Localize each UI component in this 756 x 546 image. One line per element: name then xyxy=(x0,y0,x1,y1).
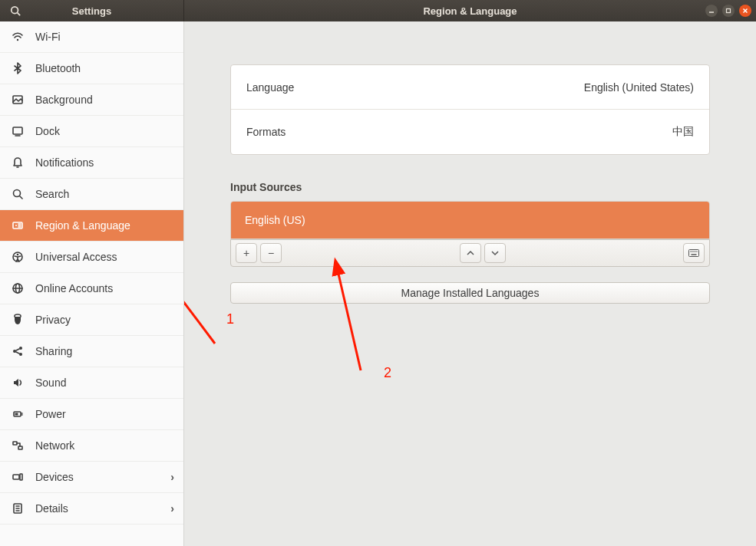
chevron-up-icon xyxy=(467,249,474,257)
annotation-number-1: 1 xyxy=(226,311,234,327)
svg-point-11 xyxy=(14,190,21,197)
search-icon xyxy=(11,188,25,200)
sidebar-item-privacy[interactable]: Privacy xyxy=(0,304,183,336)
sidebar-item-label: Dock xyxy=(35,125,60,137)
sidebar-item-label: Bluetooth xyxy=(35,62,81,74)
details-icon xyxy=(11,502,25,515)
window-title: Region & Language xyxy=(184,5,756,17)
settings-sidebar[interactable]: Wi-FiBluetoothBackgroundDockNotification… xyxy=(0,21,184,546)
privacy-icon xyxy=(11,314,25,326)
svg-point-6 xyxy=(17,39,18,41)
add-input-source-button[interactable]: + xyxy=(236,243,257,263)
input-sources-toolbar: + − xyxy=(230,239,710,267)
sidebar-item-details[interactable]: Details› xyxy=(0,493,183,525)
sidebar-item-wi-fi[interactable]: Wi-Fi xyxy=(0,21,183,53)
sound-icon xyxy=(11,377,25,389)
share-icon xyxy=(11,345,25,357)
sidebar-item-online-accounts[interactable]: Online Accounts xyxy=(0,273,183,304)
minimize-icon xyxy=(708,8,715,14)
sidebar-item-label: Search xyxy=(35,188,69,200)
minimize-button[interactable] xyxy=(705,5,718,17)
svg-line-26 xyxy=(16,349,19,350)
sidebar-item-label: Details xyxy=(35,502,68,515)
svg-rect-35 xyxy=(20,474,22,480)
sidebar-item-label: Power xyxy=(35,408,66,420)
region-icon xyxy=(11,219,25,232)
accessibility-icon xyxy=(11,251,25,263)
move-down-button[interactable] xyxy=(484,243,506,263)
manage-languages-label: Manage Installed Languages xyxy=(401,287,540,299)
svg-line-47 xyxy=(184,252,215,344)
chevron-down-icon xyxy=(491,249,499,257)
sidebar-item-label: Region & Language xyxy=(35,219,130,232)
sidebar-item-label: Universal Access xyxy=(35,251,117,263)
sidebar-item-background[interactable]: Background xyxy=(0,84,183,116)
sidebar-item-label: Notifications xyxy=(35,156,94,169)
move-up-button[interactable] xyxy=(460,243,481,263)
plus-icon: + xyxy=(243,247,249,259)
language-label: Language xyxy=(246,81,294,94)
sidebar-item-sharing[interactable]: Sharing xyxy=(0,336,183,367)
sidebar-item-universal-access[interactable]: Universal Access xyxy=(0,242,183,273)
remove-input-source-button[interactable]: − xyxy=(260,243,282,263)
language-value: English (United States) xyxy=(584,81,694,94)
close-button[interactable] xyxy=(739,5,751,17)
minus-icon: − xyxy=(268,247,274,259)
sidebar-item-bluetooth[interactable]: Bluetooth xyxy=(0,53,183,84)
sidebar-item-sound[interactable]: Sound xyxy=(0,367,183,399)
svg-rect-31 xyxy=(15,413,18,416)
search-icon xyxy=(10,5,21,16)
sidebar-item-label: Wi-Fi xyxy=(35,31,61,43)
input-sources-heading: Input Sources xyxy=(230,181,710,193)
formats-row[interactable]: Formats 中国 xyxy=(231,110,709,154)
sidebar-item-label: Background xyxy=(35,94,93,106)
svg-rect-34 xyxy=(13,475,19,479)
sidebar-item-network[interactable]: Network xyxy=(0,430,183,462)
maximize-icon xyxy=(725,8,731,14)
bell-icon xyxy=(11,156,25,169)
titlebar-sidebar: Settings xyxy=(0,0,184,21)
sidebar-item-devices[interactable]: Devices› xyxy=(0,462,183,493)
svg-rect-40 xyxy=(689,250,699,257)
sidebar-item-dock[interactable]: Dock xyxy=(0,116,183,147)
chevron-right-icon: › xyxy=(170,502,174,515)
sidebar-item-label: Sharing xyxy=(35,345,72,357)
keyboard-icon xyxy=(688,249,699,257)
background-icon xyxy=(11,94,25,106)
svg-rect-8 xyxy=(13,127,22,134)
search-button[interactable] xyxy=(0,0,31,21)
sidebar-item-region-language[interactable]: Region & Language xyxy=(0,210,183,242)
online-icon xyxy=(11,282,25,294)
sidebar-item-label: Sound xyxy=(35,377,66,389)
sidebar-item-label: Network xyxy=(35,439,74,452)
svg-point-0 xyxy=(12,7,18,14)
input-source-label: English (US) xyxy=(245,214,305,226)
window-titlebar: Settings Region & Language xyxy=(0,0,756,21)
svg-line-1 xyxy=(18,13,21,16)
language-row[interactable]: Language English (United States) xyxy=(231,65,709,110)
sidebar-item-notifications[interactable]: Notifications xyxy=(0,147,183,179)
sidebar-item-search[interactable]: Search xyxy=(0,179,183,210)
devices-icon xyxy=(11,471,25,483)
svg-point-14 xyxy=(15,225,17,226)
maximize-button[interactable] xyxy=(722,5,735,17)
power-icon xyxy=(11,408,25,420)
bluetooth-icon xyxy=(11,62,25,74)
sidebar-item-power[interactable]: Power xyxy=(0,399,183,430)
wifi-icon xyxy=(11,31,25,43)
annotation-number-2: 2 xyxy=(384,365,391,381)
dock-icon xyxy=(11,125,25,137)
keyboard-layout-button[interactable] xyxy=(683,243,705,263)
sidebar-item-label: Privacy xyxy=(35,314,71,326)
input-source-row[interactable]: English (US) xyxy=(231,202,709,238)
svg-line-27 xyxy=(16,352,19,354)
settings-main-pane: Language English (United States) Formats… xyxy=(184,21,756,546)
sidebar-item-label: Devices xyxy=(35,471,74,483)
network-icon xyxy=(11,439,25,452)
manage-installed-languages-button[interactable]: Manage Installed Languages xyxy=(230,282,710,304)
close-icon xyxy=(742,8,748,14)
region-settings-list: Language English (United States) Formats… xyxy=(230,64,710,155)
input-sources-list: English (US) xyxy=(230,201,710,239)
chevron-right-icon: › xyxy=(170,471,174,483)
sidebar-title: Settings xyxy=(31,5,183,17)
